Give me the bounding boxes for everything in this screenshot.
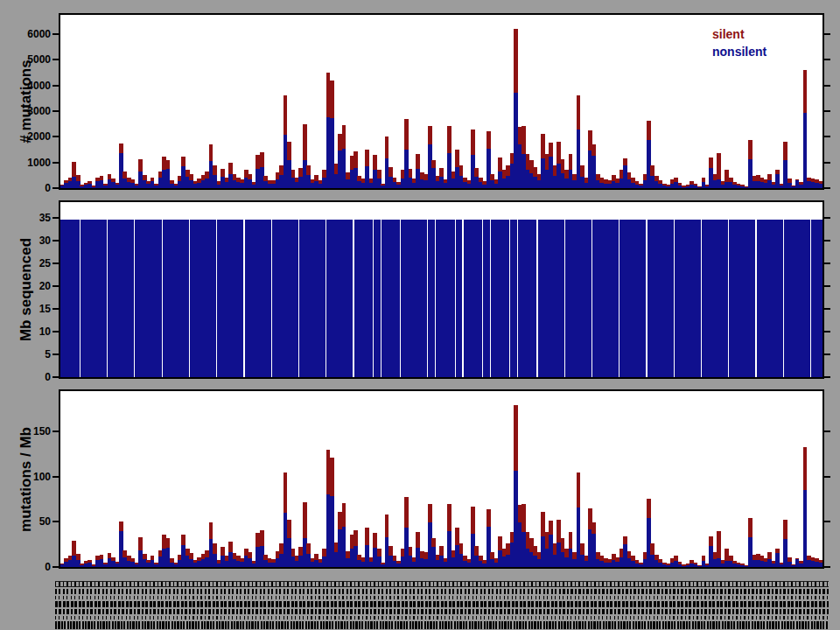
mutation-count-bars: [60, 15, 822, 188]
sample-labels-row: [55, 621, 829, 629]
sample-labels-row: [55, 616, 829, 620]
y-axis-tick-label: 1000: [27, 157, 51, 169]
sample-labels-row: [55, 596, 829, 599]
y-axis-tick: [824, 566, 830, 568]
y-axis-tick-label: 100: [33, 471, 51, 483]
y-axis-tick: [52, 162, 59, 164]
y-axis-tick: [824, 430, 830, 432]
y-axis-tick: [824, 162, 830, 164]
y-axis-tick: [52, 187, 59, 189]
y-axis-tick: [52, 110, 59, 112]
y-axis-tick: [52, 308, 59, 310]
y-axis-tick-label: 6000: [27, 28, 51, 40]
mutation-rate-bars: [60, 391, 822, 567]
y-axis-tick-label: 4000: [27, 80, 51, 92]
y-axis-tick-label: 3000: [27, 105, 51, 117]
y-axis-tick: [824, 354, 830, 355]
y-axis-tick: [52, 262, 59, 264]
y-axis-tick: [52, 85, 59, 87]
plot-area-mutation-rate: 050100150: [60, 391, 822, 567]
y-axis-tick-label: 0: [45, 182, 51, 194]
y-axis-tick-label: 5000: [27, 53, 51, 66]
panel-mutation-counts: 0100020003000400050006000 silent nonsile…: [59, 13, 824, 190]
y-axis-tick-label: 35: [39, 212, 51, 224]
sample-labels-row: [55, 601, 829, 607]
y-axis-tick: [52, 566, 59, 568]
y-axis-tick-label: 50: [39, 515, 51, 528]
y-axis-tick-label: 5: [45, 348, 51, 360]
y-axis-tick: [824, 262, 830, 264]
y-axis-tick: [824, 331, 830, 332]
mb-sequenced-bars: [60, 202, 822, 377]
y-axis-tick: [824, 59, 830, 60]
y-axis-tick: [824, 85, 830, 87]
sample-labels-row: [55, 589, 829, 594]
panel-mb-sequenced: 05101520253035: [59, 200, 824, 379]
y-axis-tick-label: 0: [45, 561, 51, 573]
y-axis-tick: [52, 136, 59, 137]
y-axis-tick-label: 2000: [27, 130, 51, 143]
y-axis-label-mb-sequenced: Mb sequenced: [18, 238, 35, 341]
y-axis-tick: [52, 33, 59, 35]
y-axis-tick: [824, 110, 830, 112]
y-axis-tick-label: 15: [39, 303, 51, 315]
legend-item-nonsilent: nonsilent: [712, 43, 766, 60]
y-axis-tick: [52, 285, 59, 287]
y-axis-tick: [52, 376, 59, 378]
y-axis-tick: [824, 187, 830, 189]
legend-item-silent: silent: [712, 25, 766, 43]
y-axis-tick: [52, 217, 59, 219]
y-axis-tick: [824, 285, 830, 287]
y-axis-tick-label: 20: [39, 280, 51, 292]
y-axis-tick: [52, 476, 59, 478]
y-axis-tick: [52, 240, 59, 242]
y-axis-tick: [824, 521, 830, 522]
y-axis-tick: [824, 376, 830, 378]
y-axis-tick: [824, 136, 830, 137]
figure: # mutations Mb sequenced mutations / Mb …: [0, 0, 840, 630]
y-axis-tick-label: 150: [33, 425, 51, 438]
y-axis-tick-label: 10: [39, 326, 51, 338]
sample-labels-row: [55, 609, 829, 614]
y-axis-tick: [824, 476, 830, 478]
legend: silent nonsilent: [712, 25, 766, 60]
y-axis-tick: [824, 217, 830, 219]
y-axis-tick: [52, 331, 59, 332]
y-axis-tick-label: 0: [45, 371, 51, 383]
y-axis-tick: [52, 521, 59, 522]
y-axis-tick-label: 30: [39, 234, 51, 247]
plot-area-mutation-counts: 0100020003000400050006000: [60, 15, 822, 188]
panel-mutation-rate: 050100150: [59, 389, 824, 569]
y-axis-tick: [824, 308, 830, 310]
y-axis-tick: [52, 59, 59, 60]
y-axis-tick-label: 25: [39, 257, 51, 270]
y-axis-tick: [824, 240, 830, 242]
y-axis-tick: [52, 354, 59, 355]
plot-area-mb-sequenced: 05101520253035: [60, 202, 822, 377]
sample-labels-row: [55, 581, 829, 587]
sample-labels-band: [55, 581, 829, 628]
y-axis-tick: [824, 33, 830, 35]
y-axis-tick: [52, 430, 59, 432]
